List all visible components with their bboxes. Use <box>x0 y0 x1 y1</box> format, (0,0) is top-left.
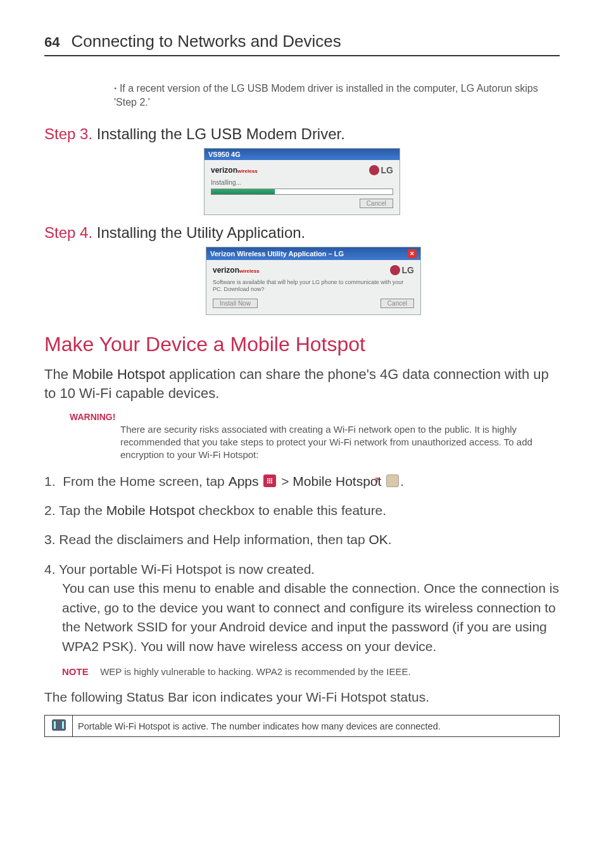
step-4-heading: Step 4. Installing the Utility Applicati… <box>44 224 560 242</box>
warning-text: There are security risks associated with… <box>120 423 560 462</box>
progress-bar <box>211 189 393 195</box>
verizon-text: verizon <box>211 166 237 175</box>
verizon-logo: verizonwireless <box>211 166 258 175</box>
s3-strong: OK <box>368 532 387 547</box>
autorun-note-text: If a recent version of the LG USB Modem … <box>114 83 538 108</box>
verizon-suffix: wireless <box>239 268 260 274</box>
dialog1-titlebar: VS950 4G <box>204 149 400 160</box>
wifi-hotspot-status-icon <box>52 719 66 731</box>
status-icon-table: Portable Wi-Fi Hotspot is active. The nu… <box>44 715 560 737</box>
s1-end: . <box>400 474 404 488</box>
verizon-text: verizon <box>213 266 239 275</box>
s3-b: . <box>388 532 392 547</box>
table-row: Portable Wi-Fi Hotspot is active. The nu… <box>45 716 560 737</box>
s1-a: From the Home screen, tap <box>63 474 228 488</box>
install-status: Installing... <box>211 179 393 186</box>
lg-circle-icon <box>390 265 400 275</box>
lg-logo: LG <box>390 265 414 275</box>
intro-pre: The <box>44 366 72 382</box>
step-2: 2. Tap the Mobile Hotspot checkbox to en… <box>44 501 560 520</box>
step-3-prefix: Step 3. <box>44 125 92 142</box>
autorun-note: · If a recent version of the LG USB Mode… <box>114 82 560 110</box>
page-header: 64 Connecting to Networks and Devices <box>44 32 560 56</box>
warning-block: WARNING! There are security risks associ… <box>44 412 560 462</box>
status-icon-cell <box>45 716 73 737</box>
step-4-title: Installing the Utility Application. <box>92 224 305 241</box>
step-3-title: Installing the LG USB Modem Driver. <box>92 125 345 142</box>
dialog2-titlebar: Verizon Wireless Utility Application – L… <box>206 247 420 260</box>
s3-a: Read the disclaimers and Help informatio… <box>59 532 368 547</box>
s4-text: Your portable Wi-Fi Hotspot is now creat… <box>59 562 559 654</box>
verizon-suffix: wireless <box>237 168 258 174</box>
cancel-button[interactable]: Cancel <box>381 299 414 308</box>
dialog1-title: VS950 4G <box>208 151 241 158</box>
lg-text: LG <box>402 265 414 275</box>
mobile-hotspot-icon <box>386 474 399 487</box>
verizon-logo: verizonwireless <box>213 266 260 275</box>
dialog2-title: Verizon Wireless Utility Application – L… <box>210 250 344 257</box>
bullet-dot-icon: · <box>114 83 116 94</box>
s2-a: Tap the <box>59 503 106 518</box>
lg-circle-icon <box>369 165 379 175</box>
step-3: 3. Read the disclaimers and Help informa… <box>44 530 560 549</box>
install-now-button[interactable]: Install Now <box>213 299 258 308</box>
lg-text: LG <box>381 165 393 175</box>
s2-b: checkbox to enable this feature. <box>195 503 386 518</box>
note-text: WEP is highly vulnerable to hacking. WPA… <box>100 666 411 677</box>
header-title: Connecting to Networks and Devices <box>71 32 341 51</box>
steps-list: 1. From the Home screen, tap Apps > Mobi… <box>44 472 560 657</box>
s2-strong: Mobile Hotspot <box>106 503 195 518</box>
apps-label: Apps <box>229 474 259 488</box>
usb-driver-dialog: VS950 4G verizonwireless LG Installing..… <box>204 148 400 215</box>
step-4: 4. Your portable Wi-Fi Hotspot is now cr… <box>44 560 560 656</box>
step-1: 1. From the Home screen, tap Apps > Mobi… <box>44 472 560 491</box>
note-label: NOTE <box>62 666 98 677</box>
intro-paragraph: The Mobile Hotspot application can share… <box>44 365 560 402</box>
step-3-heading: Step 3. Installing the LG USB Modem Driv… <box>44 125 560 143</box>
lg-logo: LG <box>369 165 393 175</box>
section-title: Make Your Device a Mobile Hotspot <box>44 333 560 356</box>
note-row: NOTE WEP is highly vulnerable to hacking… <box>62 666 560 677</box>
page-number: 64 <box>44 34 60 51</box>
cancel-button[interactable]: Cancel <box>360 199 393 208</box>
status-desc-cell: Portable Wi-Fi Hotspot is active. The nu… <box>73 716 560 737</box>
warning-label: WARNING! <box>70 412 560 422</box>
close-icon[interactable]: ✕ <box>408 249 417 258</box>
apps-icon <box>263 474 276 487</box>
s1-gt: > <box>277 474 293 488</box>
step-4-prefix: Step 4. <box>44 224 92 241</box>
intro-strong: Mobile Hotspot <box>72 366 165 382</box>
dialog2-message: Software is available that will help you… <box>213 279 414 293</box>
utility-app-dialog: Verizon Wireless Utility Application – L… <box>206 247 421 316</box>
status-intro: The following Status Bar icon indicates … <box>44 688 560 706</box>
mobile-hotspot-label: Mobile Hotspot <box>293 474 381 488</box>
